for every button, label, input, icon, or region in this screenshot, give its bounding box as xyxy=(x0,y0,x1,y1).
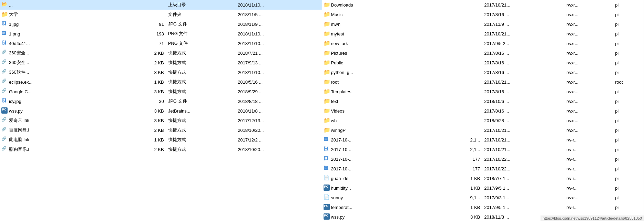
list-item[interactable]: 🖼1.png 198 PNG 文件 2018/11/10... xyxy=(0,29,322,39)
file-type: JPG 文件 xyxy=(167,96,237,106)
file-perm: rw-r... xyxy=(565,154,614,164)
file-size: 71 xyxy=(124,39,167,48)
file-icon: 📄 xyxy=(324,194,330,200)
file-date: 2017/10/22... xyxy=(483,154,565,164)
list-item[interactable]: 🔗Google C... 3 KB 快捷方式 2018/9/29 ... xyxy=(0,87,322,96)
list-item[interactable]: 🖼2017-10-... 2,1... 2017/10/21... rw-r..… xyxy=(322,135,644,145)
left-pane[interactable]: 📂... 上级目录 2018/11/10... 📁大学 文件夹 2018/11/… xyxy=(0,0,322,221)
folder-icon: 📁 xyxy=(324,78,330,85)
file-size xyxy=(442,0,483,10)
file-name: 📁new_ark xyxy=(322,39,442,48)
image-icon: 🖼 xyxy=(1,21,8,27)
list-item[interactable]: 🔗360安全... 2 KB 快捷方式 2017/9/13 ... xyxy=(0,58,322,67)
file-perm: rw-r... xyxy=(565,173,614,183)
file-name: 📁mytest xyxy=(322,29,442,39)
file-type: JetBrains... xyxy=(167,106,237,116)
file-perm: rwxr... xyxy=(565,87,614,96)
file-date: 2017/8/16 ... xyxy=(483,87,565,96)
file-size: 1 KB xyxy=(124,135,167,145)
list-item[interactable]: 📄sunny 9,1... 2017/9/3 1... rwxr... pi xyxy=(322,193,644,202)
list-item[interactable]: 📁mytest 2017/10/21... rwxr... pi xyxy=(322,29,644,39)
folder-icon: 📁 xyxy=(324,88,330,94)
list-item[interactable]: 🔗此电脑.lnk 1 KB 快捷方式 2017/12/2 ... xyxy=(0,135,322,145)
file-date: 2017/9/5 1... xyxy=(483,202,565,212)
list-item[interactable]: 🔗360安全... 2 KB 快捷方式 2018/7/21 ... xyxy=(0,48,322,58)
file-owner: pi xyxy=(614,96,644,106)
up-icon: 📂 xyxy=(1,1,8,8)
list-item[interactable]: PChumidity... 1 KB 2017/9/5 1... rw-r...… xyxy=(322,183,644,193)
list-item[interactable]: 🖼40d4c41... 71 PNG 文件 2018/11/10... xyxy=(0,39,322,48)
file-perm: rwxr... xyxy=(565,96,614,106)
list-item[interactable]: 🔗百度网盘.l 2 KB 快捷方式 2018/10/20... xyxy=(0,125,322,135)
list-item[interactable]: 📁Music 2017/8/16 ... rwxr... pi xyxy=(322,10,644,19)
folder-icon: 📁 xyxy=(1,11,8,17)
list-item[interactable]: 📁root 2017/10/21... rwxr... root xyxy=(322,77,644,87)
file-date: 2017/10/22... xyxy=(483,164,565,173)
file-size: 2,1... xyxy=(442,135,483,145)
file-date: 2018/11/10... xyxy=(237,39,322,48)
list-item[interactable]: 📂... 上级目录 2018/11/10... xyxy=(0,0,322,10)
list-item[interactable]: 📁Downloads 2017/10/21... rwxr... pi xyxy=(322,0,644,10)
list-item[interactable]: PCwss.py 3 KB JetBrains... 2018/11/8 ... xyxy=(0,106,322,116)
list-item[interactable]: 📁Templates 2017/8/16 ... rwxr... pi xyxy=(322,87,644,96)
file-perm: rwxr... xyxy=(565,10,614,19)
file-name: 📁python_g... xyxy=(322,67,442,77)
file-name: 📁Templates xyxy=(322,87,442,96)
file-size: 1 KB xyxy=(442,173,483,183)
file-date: 2017/9/13 ... xyxy=(237,58,322,67)
file-size: 3 KB xyxy=(124,116,167,125)
folder-icon: 📁 xyxy=(324,127,330,133)
file-name: 📁Public xyxy=(322,58,442,67)
file-owner: pi xyxy=(614,154,644,164)
file-size xyxy=(442,29,483,39)
file-size: 30 xyxy=(124,96,167,106)
list-item[interactable]: 📁text 2018/10/6 ... rwxr... pi xyxy=(322,96,644,106)
list-item[interactable]: 📁python_g... 2017/8/16 ... rwxr... pi xyxy=(322,67,644,77)
list-item[interactable]: 📁wiringPi 2017/10/21... rwxr... pi xyxy=(322,125,644,135)
list-item[interactable]: 📁Pictures 2017/8/16 ... rwxr... pi xyxy=(322,48,644,58)
file-owner: pi xyxy=(614,106,644,116)
file-size xyxy=(442,125,483,135)
list-item[interactable]: 🖼2017-10-... 177 2017/10/22... rw-r... p… xyxy=(322,154,644,164)
file-size: 177 xyxy=(442,154,483,164)
image-icon: 🖼 xyxy=(324,146,330,152)
file-owner: pi xyxy=(614,48,644,58)
list-item[interactable]: 📁mwh 2017/11/9 ... rwxr... pi xyxy=(322,19,644,29)
list-item[interactable]: 📁大学 文件夹 2018/11/5 ... xyxy=(0,10,322,19)
file-size: 1 KB xyxy=(442,183,483,193)
file-size xyxy=(442,67,483,77)
list-item[interactable]: 📁Public 2017/8/16 ... rwxr... pi xyxy=(322,58,644,67)
list-item[interactable]: 🔗eclipse.ex... 1 KB 快捷方式 2018/5/16 ... xyxy=(0,77,322,87)
file-name: 🔗Google C... xyxy=(0,87,124,96)
file-date: 2018/7/7 1... xyxy=(483,173,565,183)
list-item[interactable]: 📁Videos 2017/8/16 ... rwxr... pi xyxy=(322,106,644,116)
file-owner: pi xyxy=(614,67,644,77)
list-item[interactable]: 🖼1.jpg 91 JPG 文件 2018/11/9 ... xyxy=(0,19,322,29)
file-name: 🖼1.jpg xyxy=(0,19,124,29)
list-item[interactable]: 🔗爱奇艺.lnk 3 KB 快捷方式 2017/12/13... xyxy=(0,116,322,125)
right-pane[interactable]: 📁Downloads 2017/10/21... rwxr... pi 📁Mus… xyxy=(322,0,644,221)
file-perm: rwxr... xyxy=(565,29,614,39)
file-size xyxy=(442,106,483,116)
file-name: 🔗360安全... xyxy=(0,58,124,67)
file-name: 🔗百度网盘.l xyxy=(0,125,124,135)
list-item[interactable]: 🖼2017-10-... 177 2017/10/22... rw-r... p… xyxy=(322,164,644,173)
file-date: 2018/11/10... xyxy=(237,0,322,10)
file-date: 2018/10/6 ... xyxy=(483,96,565,106)
list-item[interactable]: 🖼2017-10-... 2,1... 2017/10/21... rw-r..… xyxy=(322,145,644,154)
file-name: 🔗爱奇艺.lnk xyxy=(0,116,124,125)
list-item[interactable]: 🔗360软件... 3 KB 快捷方式 2018/11/10... xyxy=(0,67,322,77)
file-owner: pi xyxy=(614,19,644,29)
file-owner: pi xyxy=(614,29,644,39)
list-item[interactable]: 📁new_ark 2017/9/5 2... rwxr... pi xyxy=(322,39,644,48)
list-item[interactable]: 🔗酷狗音乐.l 2 KB 快捷方式 2018/10/20... xyxy=(0,145,322,154)
file-date: 2018/9/29 ... xyxy=(237,87,322,96)
folder-icon: 📁 xyxy=(324,40,330,46)
list-item[interactable]: 📁wh 2018/9/28 ... rwxr... pi xyxy=(322,116,644,125)
file-owner: pi xyxy=(614,173,644,183)
list-item[interactable]: PCtemperat... 1 KB 2017/9/5 1... rw-r...… xyxy=(322,202,644,212)
list-item[interactable]: 🖼icy.jpg 30 JPG 文件 2018/8/18 ... xyxy=(0,96,322,106)
file-date: 2017/9/5 2... xyxy=(483,39,565,48)
list-item[interactable]: 📄guan_de 1 KB 2018/7/7 1... rw-r... pi xyxy=(322,173,644,183)
file-name: 🖼icy.jpg xyxy=(0,96,124,106)
